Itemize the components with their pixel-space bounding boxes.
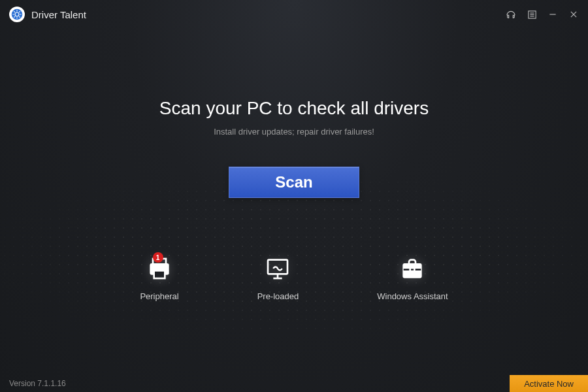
support-icon[interactable] <box>506 9 516 20</box>
toolbox-icon <box>399 255 426 282</box>
monitor-icon <box>264 255 291 282</box>
subtext: Install driver updates; repair driver fa… <box>214 127 374 137</box>
app-logo-icon <box>9 7 25 22</box>
tool-label: Pre-loaded <box>257 291 299 301</box>
peripheral-badge: 1 <box>153 252 163 263</box>
headline: Scan your PC to check all drivers <box>159 98 429 119</box>
tool-windows-assistant[interactable]: Windows Assistant <box>377 255 448 301</box>
version-text: Version 7.1.1.16 <box>9 379 66 388</box>
minimize-icon[interactable] <box>547 9 558 20</box>
main-content: Scan your PC to check all drivers Instal… <box>0 98 588 198</box>
footer: Version 7.1.1.16 Activate Now <box>0 375 588 392</box>
tool-preloaded[interactable]: Pre-loaded <box>257 255 299 301</box>
tool-row: 1 Peripheral Pre-loaded Windows Assistan… <box>0 255 588 301</box>
tool-peripheral[interactable]: 1 Peripheral <box>140 255 178 301</box>
menu-icon[interactable] <box>527 9 537 20</box>
svg-rect-18 <box>410 268 415 271</box>
app-title: Driver Talent <box>31 9 86 20</box>
scan-button[interactable]: Scan <box>229 167 359 198</box>
svg-rect-13 <box>268 260 287 274</box>
titlebar-right <box>506 9 579 20</box>
svg-point-12 <box>164 267 166 269</box>
svg-rect-11 <box>154 270 165 278</box>
tool-label: Windows Assistant <box>377 291 448 301</box>
tool-label: Peripheral <box>140 291 178 301</box>
activate-button[interactable]: Activate Now <box>510 375 588 392</box>
close-icon[interactable] <box>568 9 579 20</box>
titlebar-left: Driver Talent <box>9 7 86 22</box>
titlebar: Driver Talent <box>0 0 588 29</box>
